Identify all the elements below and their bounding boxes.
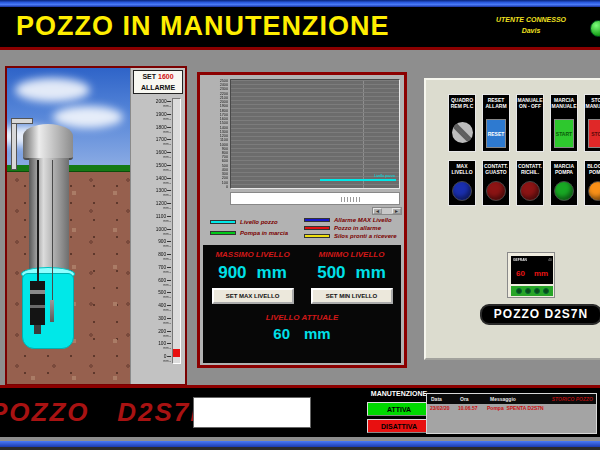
y-tick-label: 1800 bbox=[212, 109, 228, 111]
start-button[interactable]: START bbox=[554, 119, 574, 148]
tick-value: 600 bbox=[158, 277, 166, 282]
y-tick-label: 2400 bbox=[212, 84, 228, 86]
tick-unit: mm bbox=[163, 296, 169, 299]
well-casing-tube bbox=[29, 158, 69, 280]
alarm-label: ALLARME bbox=[134, 82, 182, 93]
max-level-block: MASSIMO LIVELLO 900mm SET MAX LIVELLO bbox=[205, 250, 300, 304]
set-min-level-button[interactable]: SET MIN LIVELLO bbox=[311, 288, 393, 304]
manuale-on-off-box[interactable]: MANUALE ON - OFF bbox=[516, 94, 544, 152]
quadro-rem-plc-box[interactable]: QUADRO REM PLC bbox=[448, 94, 476, 152]
max-level-label: MASSIMO LIVELLO bbox=[205, 250, 300, 259]
scale-tick: 1600 mm bbox=[133, 149, 171, 158]
box-label: MANUALE bbox=[551, 103, 577, 109]
tick-unit: mm bbox=[163, 118, 169, 121]
tick-unit: mm bbox=[163, 309, 169, 312]
pump-detail bbox=[34, 325, 41, 334]
scale-tick: 600 mm bbox=[133, 277, 171, 286]
log-cell-ora: 10.06.57 bbox=[458, 404, 477, 412]
tick-mark bbox=[167, 152, 171, 153]
tick-mark bbox=[169, 221, 171, 222]
scale-tick: 400 mm bbox=[133, 302, 171, 311]
tick-value: 2000 bbox=[156, 99, 167, 104]
y-tick-label: 1700 bbox=[212, 114, 228, 116]
tick-unit: mm bbox=[163, 143, 169, 146]
box-label: GUASTO bbox=[483, 169, 509, 175]
log-cell-data: 23/02/20 bbox=[430, 404, 449, 412]
y-tick-label: 1100 bbox=[212, 139, 228, 141]
tick-value: 1300 bbox=[156, 188, 167, 193]
legend-item: Pozzo in allarme bbox=[304, 225, 397, 231]
max-level-value: 900mm bbox=[205, 263, 300, 283]
instrument-key[interactable] bbox=[516, 288, 522, 294]
stop-manuale-box: STOP MANUALE STOP bbox=[584, 94, 600, 152]
tick-mark bbox=[167, 330, 171, 331]
tick-mark bbox=[167, 343, 171, 344]
instrument-value: 60mm bbox=[516, 269, 548, 278]
stop-button[interactable]: STOP bbox=[588, 119, 600, 148]
scale-tick: 1700 mm bbox=[133, 136, 171, 145]
series-label: Livello pozzo bbox=[374, 174, 395, 178]
blocco-pompa-lamp-box: BLOCCO POMPA bbox=[584, 160, 600, 206]
submersible-pump bbox=[30, 281, 45, 325]
scale-tick: 700 mm bbox=[133, 264, 171, 273]
y-tick-label: 0 bbox=[212, 186, 228, 188]
connection-led-icon bbox=[590, 20, 600, 37]
y-tick-label: 2100 bbox=[212, 97, 228, 99]
contactor-closed-lamp bbox=[520, 181, 540, 201]
tick-unit: mm bbox=[163, 322, 169, 325]
scale-tick: 1300 mm bbox=[133, 187, 171, 196]
trend-legend: Livello pozzo Pompa in marcia Allarme MA… bbox=[204, 217, 404, 247]
tick-value: 1900 bbox=[156, 111, 167, 116]
tick-value: 1100 bbox=[156, 213, 166, 218]
tick-unit: mm bbox=[163, 360, 169, 363]
maintenance-on-button[interactable]: ATTIVA bbox=[367, 402, 431, 416]
trend-time-axis bbox=[230, 192, 400, 205]
scale-tick: 1100 mm bbox=[133, 213, 171, 222]
set-max-level-button[interactable]: SET MAX LIVELLO bbox=[212, 288, 294, 304]
tick-unit: mm bbox=[163, 182, 169, 185]
tick-mark bbox=[169, 246, 171, 247]
page-title: POZZO IN MANUTENZIONE bbox=[16, 11, 390, 42]
tick-mark bbox=[167, 356, 171, 357]
min-level-label: MINIMO LIVELLO bbox=[304, 250, 399, 259]
tick-mark bbox=[167, 164, 171, 165]
reset-button[interactable]: RESET bbox=[486, 119, 506, 148]
scale-tick: 1200 mm bbox=[133, 200, 171, 209]
tick-unit: mm bbox=[163, 194, 169, 197]
pump-detail bbox=[30, 290, 45, 294]
message-box[interactable] bbox=[193, 397, 311, 428]
tick-mark bbox=[167, 113, 171, 114]
legend-label: Pompa in marcia bbox=[240, 230, 288, 236]
tick-value: 200 bbox=[158, 328, 166, 333]
tick-value: 1500 bbox=[156, 162, 167, 167]
tick-mark bbox=[167, 254, 171, 255]
legend-label: Silos pronti a ricevere bbox=[334, 233, 397, 239]
level-settings-panel: MASSIMO LIVELLO 900mm SET MAX LIVELLO MI… bbox=[203, 245, 401, 363]
y-tick-label: 1300 bbox=[212, 131, 228, 133]
instrument-key[interactable] bbox=[525, 288, 531, 294]
legend-item: Allarme MAX Livello bbox=[304, 217, 397, 223]
scroll-right-button[interactable]: ► bbox=[392, 208, 401, 214]
pump-detail bbox=[30, 305, 45, 308]
instrument-keypad bbox=[511, 286, 553, 296]
tick-mark bbox=[169, 183, 171, 184]
tick-mark bbox=[167, 177, 171, 178]
scale-tick: 900 mm bbox=[133, 238, 171, 247]
instrument-key[interactable] bbox=[543, 288, 549, 294]
box-label: POMPA bbox=[551, 169, 577, 175]
log-body: 23/02/20 10.06.57 Pompa SPENTA D2S7N bbox=[427, 404, 596, 412]
maintenance-off-button[interactable]: DISATTIVA bbox=[367, 419, 431, 433]
tick-mark bbox=[169, 348, 171, 349]
connected-user: UTENTE CONNESSO Davis bbox=[496, 16, 566, 34]
scroll-left-button[interactable]: ◄ bbox=[373, 208, 382, 214]
tick-value: 1000 bbox=[156, 226, 167, 231]
log-col-data: Data bbox=[431, 394, 442, 404]
box-label: ALLARM bbox=[483, 103, 509, 109]
trend-scrollbar[interactable]: ◄ ► bbox=[372, 207, 402, 215]
plc-disabled-icon bbox=[452, 122, 473, 143]
tick-value: 900 bbox=[158, 239, 166, 244]
level-indicator-instrument: GEFRAN 40 60mm bbox=[507, 252, 555, 298]
set-label: SET bbox=[142, 73, 156, 80]
tick-mark bbox=[169, 208, 171, 209]
instrument-key[interactable] bbox=[534, 288, 540, 294]
